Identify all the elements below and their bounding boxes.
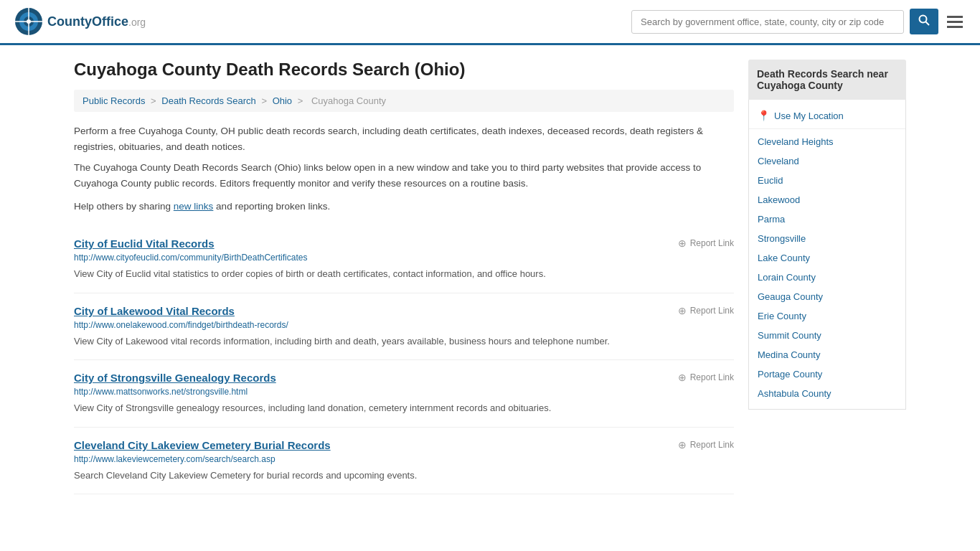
breadcrumb-sep-3: > [298, 95, 306, 106]
breadcrumb-ohio[interactable]: Ohio [273, 95, 292, 106]
sidebar-link-11[interactable]: Medina County [749, 345, 905, 364]
menu-bar-1 [947, 16, 963, 18]
sidebar-link-7[interactable]: Lorain County [749, 268, 905, 287]
use-location-label: Use My Location [774, 110, 844, 121]
sidebar-link-5[interactable]: Strongsville [749, 229, 905, 248]
sidebar-link-3[interactable]: Lakewood [749, 190, 905, 209]
result-url-3[interactable]: http://www.lakeviewcemetery.com/search/s… [74, 454, 734, 464]
result-desc-2: View City of Strongsville genealogy reso… [74, 401, 734, 415]
sidebar-link-9[interactable]: Erie County [749, 306, 905, 326]
report-link-3[interactable]: ⊕ Report Link [678, 439, 734, 451]
search-icon [918, 14, 930, 26]
sidebar: Death Records Search near Cuyahoga Count… [748, 60, 906, 494]
sidebar-link-0[interactable]: Cleveland Heights [749, 132, 905, 151]
breadcrumb-sep-2: > [261, 95, 269, 106]
search-button[interactable] [910, 9, 938, 34]
result-item: City of Strongsville Genealogy Records ⊕… [74, 360, 734, 428]
sidebar-links: Cleveland HeightsClevelandEuclidLakewood… [749, 132, 905, 403]
result-title-2[interactable]: City of Strongsville Genealogy Records [74, 372, 276, 384]
sidebar-link-8[interactable]: Geauga County [749, 287, 905, 306]
menu-button[interactable] [944, 13, 966, 31]
header: CountyOffice.org [0, 0, 980, 45]
result-desc-3: Search Cleveland City Lakeview Cemetery … [74, 468, 734, 483]
result-title-3[interactable]: Cleveland City Lakeview Cemetery Burial … [74, 439, 331, 451]
sidebar-content: 📍 Use My Location Cleveland HeightsCleve… [748, 100, 906, 410]
main-container: Cuyahoga County Death Records Search (Oh… [60, 45, 920, 509]
result-header-0: City of Euclid Vital Records ⊕ Report Li… [74, 237, 734, 250]
new-links-link[interactable]: new links [174, 201, 214, 212]
result-header-1: City of Lakewood Vital Records ⊕ Report … [74, 305, 734, 317]
logo-text: CountyOffice.org [47, 14, 146, 29]
page-title: Cuyahoga County Death Records Search (Oh… [74, 60, 734, 80]
report-icon-1: ⊕ [678, 305, 687, 316]
menu-bar-2 [947, 21, 963, 23]
sidebar-link-6[interactable]: Lake County [749, 248, 905, 268]
breadcrumb: Public Records > Death Records Search > … [74, 90, 734, 112]
use-my-location-link[interactable]: 📍 Use My Location [749, 105, 905, 126]
result-url-2[interactable]: http://www.mattsonworks.net/strongsville… [74, 387, 734, 397]
result-url-0[interactable]: http://www.cityofeuclid.com/community/Bi… [74, 253, 734, 263]
sidebar-link-10[interactable]: Summit County [749, 326, 905, 345]
result-url-1[interactable]: http://www.onelakewood.com/findget/birth… [74, 320, 734, 330]
location-pin-icon: 📍 [758, 110, 770, 121]
sidebar-link-12[interactable]: Portage County [749, 364, 905, 384]
report-icon-0: ⊕ [678, 237, 687, 249]
content-area: Cuyahoga County Death Records Search (Oh… [74, 60, 734, 494]
result-desc-1: View City of Lakewood vital records info… [74, 334, 734, 349]
search-area [631, 9, 966, 34]
help-suffix: and reporting broken links. [213, 201, 330, 212]
description-1: Perform a free Cuyahoga County, OH publi… [74, 123, 734, 154]
description-block: Perform a free Cuyahoga County, OH publi… [74, 123, 734, 191]
report-label-0: Report Link [690, 238, 734, 248]
description-2: The Cuyahoga County Death Records Search… [74, 160, 734, 191]
result-title-1[interactable]: City of Lakewood Vital Records [74, 305, 235, 317]
report-icon-2: ⊕ [678, 372, 687, 383]
search-input[interactable] [631, 10, 904, 34]
breadcrumb-sep-1: > [151, 95, 159, 106]
menu-bar-3 [947, 26, 963, 28]
breadcrumb-current: Cuyahoga County [311, 95, 386, 106]
report-link-0[interactable]: ⊕ Report Link [678, 237, 734, 249]
report-label-1: Report Link [690, 306, 734, 316]
breadcrumb-public-records[interactable]: Public Records [83, 95, 145, 106]
results-list: City of Euclid Vital Records ⊕ Report Li… [74, 226, 734, 494]
help-text: Help others by sharing new links and rep… [74, 201, 734, 212]
sidebar-divider [749, 128, 905, 129]
result-header-2: City of Strongsville Genealogy Records ⊕… [74, 372, 734, 384]
sidebar-link-13[interactable]: Ashtabula County [749, 384, 905, 403]
result-title-0[interactable]: City of Euclid Vital Records [74, 237, 215, 250]
sidebar-header: Death Records Search near Cuyahoga Count… [748, 60, 906, 100]
logo-area: CountyOffice.org [14, 7, 146, 36]
result-header-3: Cleveland City Lakeview Cemetery Burial … [74, 439, 734, 451]
result-item: City of Lakewood Vital Records ⊕ Report … [74, 293, 734, 361]
sidebar-link-1[interactable]: Cleveland [749, 151, 905, 171]
svg-point-6 [920, 16, 927, 23]
help-prefix: Help others by sharing [74, 201, 174, 212]
report-icon-3: ⊕ [678, 439, 687, 451]
result-item: City of Euclid Vital Records ⊕ Report Li… [74, 226, 734, 293]
svg-line-7 [926, 22, 930, 26]
report-label-3: Report Link [690, 440, 734, 450]
report-label-2: Report Link [690, 372, 734, 382]
logo-icon [14, 7, 43, 36]
report-link-1[interactable]: ⊕ Report Link [678, 305, 734, 316]
result-desc-0: View City of Euclid vital statistics to … [74, 267, 734, 281]
result-item: Cleveland City Lakeview Cemetery Burial … [74, 428, 734, 495]
breadcrumb-death-records[interactable]: Death Records Search [161, 95, 256, 106]
sidebar-link-2[interactable]: Euclid [749, 171, 905, 190]
sidebar-link-4[interactable]: Parma [749, 209, 905, 229]
report-link-2[interactable]: ⊕ Report Link [678, 372, 734, 383]
